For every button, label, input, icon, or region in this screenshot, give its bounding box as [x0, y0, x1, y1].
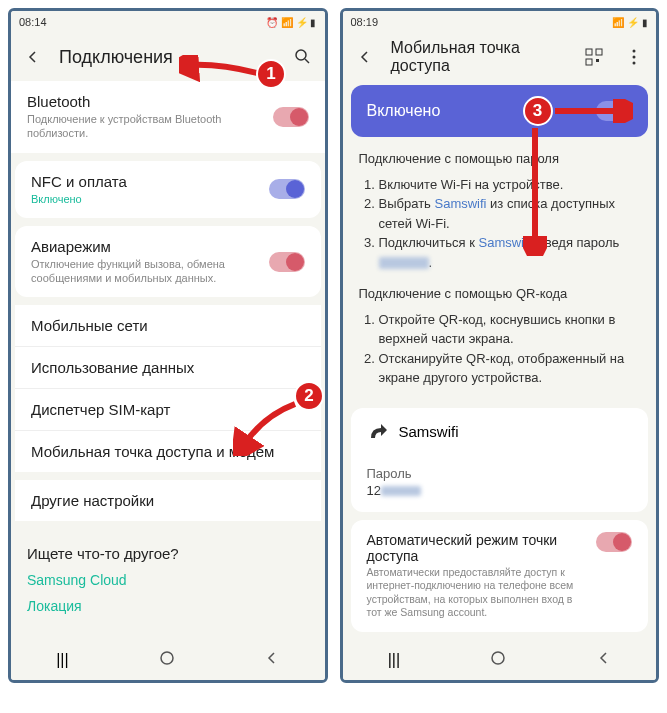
phone-left-connections: 08:14 ⏰ 📶 ⚡ ▮ Подключения Bluetooth Подк…	[8, 8, 328, 683]
row-subtitle: Автоматически предоставляйте доступ к ин…	[367, 566, 587, 621]
row-data-usage[interactable]: Использование данных	[15, 347, 321, 389]
status-bar: 08:19 📶 ⚡ ▮	[343, 11, 657, 33]
row-title: NFC и оплата	[31, 173, 257, 190]
hotspot-icon	[367, 422, 387, 442]
looking-for-title: Ищете что-то другое?	[27, 545, 309, 562]
ssid-row[interactable]: Samswifi	[351, 408, 649, 456]
nfc-toggle[interactable]	[269, 179, 305, 199]
svg-rect-6	[596, 59, 599, 62]
svg-point-7	[633, 50, 636, 53]
password-label: Пароль	[367, 466, 633, 481]
home-button[interactable]	[490, 650, 506, 670]
instruction-step: Подключиться к Samswifi, введя пароль .	[379, 233, 641, 272]
auto-hotspot-row[interactable]: Автоматический режим точки доступа Автом…	[351, 520, 649, 633]
instruction-step: Отсканируйте QR-код, отображенный на экр…	[379, 349, 641, 388]
row-nfc[interactable]: NFC и оплата Включено	[15, 161, 321, 218]
qr-instructions: Подключение с помощью QR-кода Откройте Q…	[343, 284, 657, 400]
annotation-badge-2: 2	[294, 381, 324, 411]
looking-for-section: Ищете что-то другое? Samsung Cloud Локац…	[11, 529, 325, 630]
nav-bar: |||	[343, 640, 657, 680]
back-button[interactable]	[351, 43, 379, 71]
row-other-settings[interactable]: Другие настройки	[15, 480, 321, 521]
section-title: Подключение с помощью QR-кода	[359, 284, 641, 304]
qr-button[interactable]	[580, 43, 608, 71]
bluetooth-toggle[interactable]	[273, 107, 309, 127]
password-value: 12	[367, 483, 633, 498]
instruction-step: Включите Wi-Fi на устройстве.	[379, 175, 641, 195]
search-icon	[294, 48, 312, 66]
row-title: Bluetooth	[27, 93, 261, 110]
status-icons: 📶 ⚡ ▮	[612, 17, 648, 28]
row-title: Авиарежим	[31, 238, 257, 255]
clock: 08:19	[351, 16, 379, 28]
instruction-step: Откройте QR-код, коснувшись кнопки в вер…	[379, 310, 641, 349]
svg-point-9	[633, 62, 636, 65]
chevron-left-icon	[358, 50, 372, 64]
home-button[interactable]	[159, 650, 175, 670]
annotation-arrow-3a	[553, 99, 633, 123]
search-button[interactable]	[289, 43, 317, 71]
svg-point-10	[492, 652, 504, 664]
qr-icon	[585, 48, 603, 66]
back-nav-button[interactable]	[597, 651, 611, 669]
svg-line-1	[305, 59, 309, 63]
chevron-left-icon	[26, 50, 40, 64]
link-samsung-cloud[interactable]: Samsung Cloud	[27, 572, 309, 588]
annotation-arrow-3b	[523, 126, 547, 256]
header: Мобильная точка доступа	[343, 33, 657, 81]
airplane-toggle[interactable]	[269, 252, 305, 272]
clock: 08:14	[19, 16, 47, 28]
enabled-label: Включено	[367, 102, 441, 120]
svg-point-0	[296, 50, 306, 60]
back-button[interactable]	[19, 43, 47, 71]
annotation-arrow-2	[233, 396, 303, 456]
more-vert-icon	[632, 49, 636, 65]
annotation-badge-3: 3	[523, 96, 553, 126]
status-icons: ⏰ 📶 ⚡ ▮	[266, 17, 316, 28]
blurred-password	[379, 257, 429, 269]
row-mobile-networks[interactable]: Мобильные сети	[15, 305, 321, 347]
phone-right-hotspot: 08:19 📶 ⚡ ▮ Мобильная точка доступа Вклю…	[340, 8, 660, 683]
recents-button[interactable]: |||	[56, 651, 68, 669]
row-airplane[interactable]: Авиарежим Отключение функций вызова, обм…	[15, 226, 321, 298]
back-nav-button[interactable]	[265, 651, 279, 669]
page-title: Мобильная точка доступа	[391, 39, 569, 75]
instruction-step: Выбрать Samswifi из списка доступных сет…	[379, 194, 641, 233]
row-title: Автоматический режим точки доступа	[367, 532, 587, 564]
section-title: Подключение с помощью пароля	[359, 149, 641, 169]
annotation-badge-1: 1	[256, 59, 286, 89]
svg-rect-4	[596, 49, 602, 55]
row-subtitle: Включено	[31, 192, 257, 206]
status-bar: 08:14 ⏰ 📶 ⚡ ▮	[11, 11, 325, 33]
annotation-arrow-1	[179, 55, 259, 85]
svg-point-2	[161, 652, 173, 664]
recents-button[interactable]: |||	[388, 651, 400, 669]
link-location[interactable]: Локация	[27, 598, 309, 614]
svg-rect-3	[586, 49, 592, 55]
svg-rect-5	[586, 59, 592, 65]
ssid-value: Samswifi	[399, 423, 459, 440]
password-row[interactable]: Пароль 12	[351, 456, 649, 512]
hotspot-content: Включено Подключение с помощью пароля Вк…	[343, 81, 657, 640]
settings-list: Bluetooth Подключение к устройствам Blue…	[11, 81, 325, 640]
nav-bar: |||	[11, 640, 325, 680]
row-subtitle: Подключение к устройствам Bluetooth побл…	[27, 112, 261, 141]
more-button[interactable]	[620, 43, 648, 71]
svg-point-8	[633, 56, 636, 59]
row-bluetooth[interactable]: Bluetooth Подключение к устройствам Blue…	[11, 81, 325, 153]
auto-hotspot-toggle[interactable]	[596, 532, 632, 552]
row-subtitle: Отключение функций вызова, обмена сообще…	[31, 257, 257, 286]
password-instructions: Подключение с помощью пароля Включите Wi…	[343, 149, 657, 284]
